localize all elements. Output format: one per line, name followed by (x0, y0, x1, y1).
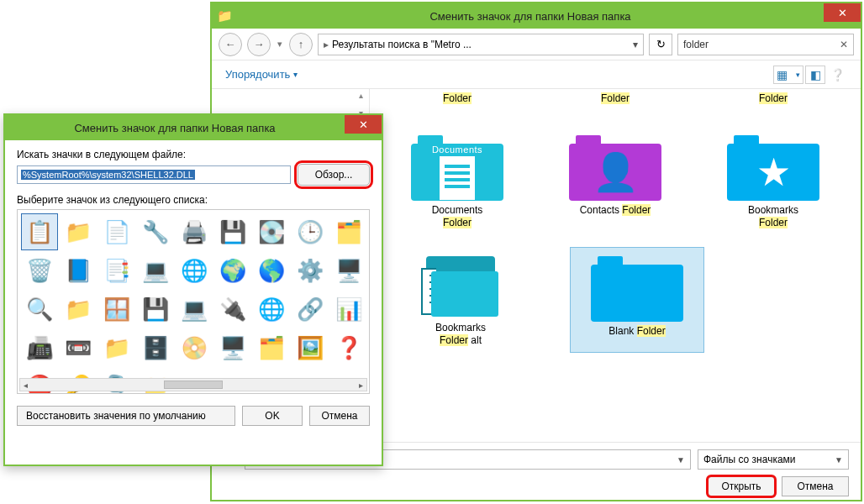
truncated-label: Folder (443, 92, 472, 114)
results-row: Documents Documents Folder 👤 (378, 126, 852, 235)
icon-option[interactable]: 📁 (60, 291, 97, 328)
icon-option[interactable]: 📄 (98, 213, 135, 250)
icon-option[interactable]: 🌐 (176, 252, 213, 289)
icon-option[interactable]: 🪟 (98, 291, 135, 328)
item-label: Bookmarks Folder alt (435, 322, 486, 347)
person-icon: 👤 (593, 154, 639, 191)
chevron-down-icon[interactable]: ▾ (633, 39, 638, 50)
results-grid: Folder Folder Folder Documents (370, 89, 861, 442)
folder-icon: 👤 (569, 132, 661, 201)
icon-option[interactable]: 💾 (214, 213, 251, 250)
icon-option[interactable]: 🌐 (253, 291, 290, 328)
refresh-button[interactable]: ↻ (649, 34, 672, 55)
breadcrumb[interactable]: ▸ Результаты поиска в "Metro ... ▾ (318, 34, 644, 55)
folder-icon (591, 253, 683, 322)
icon-option[interactable]: 📀 (176, 329, 213, 366)
icon-path-input[interactable]: %SystemRoot%\system32\SHELL32.DLL (17, 165, 291, 184)
history-dropdown[interactable]: ▾ (276, 39, 284, 50)
search-box[interactable]: folder ✕ (677, 34, 854, 55)
folder-item-blank[interactable]: Blank Folder (570, 247, 704, 353)
folder-item-bookmarks[interactable]: ★ Bookmarks Folder (706, 126, 840, 235)
icon-option[interactable]: 🔌 (214, 291, 251, 328)
icon-option[interactable]: 🕒 (292, 213, 329, 250)
thumbnail-icon: ▦ (777, 68, 788, 81)
folder-item-documents[interactable]: Documents Documents Folder (390, 126, 524, 235)
forward-button[interactable]: → (247, 33, 271, 56)
chevron-down-icon: ▼ (835, 455, 843, 465)
icon-option[interactable]: 💾 (137, 291, 174, 328)
preview-icon: ◧ (810, 68, 821, 81)
nav-row: ← → ▾ ↑ ▸ Результаты поиска в "Metro ...… (212, 29, 861, 60)
icon-option[interactable]: 🌎 (253, 252, 290, 289)
icon-option[interactable]: 📘 (60, 252, 97, 289)
icon-option[interactable]: 📠 (21, 329, 58, 366)
file-dialog-title: Сменить значок для папки Новая папка (237, 10, 824, 23)
icon-option[interactable]: 🖥️ (330, 252, 367, 289)
cancel-button[interactable]: Отмена (309, 406, 370, 426)
icon-option[interactable]: 🔗 (292, 291, 329, 328)
truncated-row: Folder Folder Folder (378, 92, 852, 114)
help-button[interactable]: ❔ (827, 66, 847, 84)
ok-button[interactable]: OK (242, 406, 303, 426)
chevron-right-icon: ▸ (324, 39, 329, 50)
icon-option[interactable]: 🖨️ (176, 213, 213, 250)
up-button[interactable]: ↑ (289, 33, 313, 56)
icon-option[interactable]: 🔧 (137, 213, 174, 250)
icon-option[interactable]: 🖼️ (292, 329, 329, 366)
folder-item-contacts[interactable]: 👤 Contacts Folder (548, 126, 682, 235)
icon-option[interactable]: 📊 (330, 291, 367, 328)
close-button[interactable]: ✕ (824, 3, 861, 22)
icon-option[interactable]: ⚙️ (292, 252, 329, 289)
filetype-combo[interactable]: Файлы со значками ▼ (698, 449, 849, 470)
icon-option[interactable]: 🗄️ (137, 329, 174, 366)
folder-icon (421, 253, 501, 318)
icon-option[interactable]: 🔍 (21, 291, 58, 328)
restore-defaults-button[interactable]: Восстановить значения по умолчанию (17, 406, 235, 426)
help-icon: ❔ (830, 68, 845, 81)
icon-option[interactable]: 🌍 (214, 252, 251, 289)
breadcrumb-text: Результаты поиска в "Metro ... (332, 39, 472, 50)
icon-dialog-title: Сменить значок для папки Новая папка (5, 122, 345, 134)
file-dialog-titlebar[interactable]: 📁 Сменить значок для папки Новая папка ✕ (212, 3, 861, 29)
truncated-label: Folder (759, 92, 788, 114)
toolbar: Упорядочить ▾ ▦ ▾ ◧ ❔ (212, 60, 861, 89)
icon-option[interactable]: 💻 (176, 291, 213, 328)
icon-option[interactable]: 📁 (60, 213, 97, 250)
back-button[interactable]: ← (219, 33, 242, 56)
clear-search-icon[interactable]: ✕ (840, 39, 848, 50)
icon-option[interactable]: 💽 (253, 213, 290, 250)
item-label: Bookmarks Folder (748, 204, 798, 229)
results-row: Bookmarks Folder alt Blank Folder (378, 247, 852, 353)
icon-option[interactable]: ❓ (330, 329, 367, 366)
folder-icon: ★ (727, 132, 819, 201)
cancel-button[interactable]: Отмена (782, 476, 849, 496)
icon-option[interactable]: 🖥️ (214, 329, 251, 366)
item-label: Contacts Folder (580, 204, 651, 217)
preview-pane-button[interactable]: ◧ (805, 66, 825, 84)
icon-option[interactable]: 🗂️ (253, 329, 290, 366)
folder-item-bookmarks-alt[interactable]: Bookmarks Folder alt (393, 247, 528, 353)
star-icon: ★ (756, 150, 791, 195)
icon-option[interactable]: 🗑️ (21, 252, 58, 289)
icon-option[interactable]: 🗂️ (330, 213, 367, 250)
folder-icon: Documents (411, 132, 503, 201)
chevron-down-icon: ▼ (677, 455, 685, 465)
icon-option[interactable]: 📑 (98, 252, 135, 289)
browse-button[interactable]: Обзор... (298, 164, 370, 186)
icon-list[interactable]: 📋📁📄🔧🖨️💾💽🕒🗂️🗑️📘📑💻🌐🌍🌎⚙️🖥️🔍📁🪟💾💻🔌🌐🔗📊📠📼📁🗄️📀🖥️… (17, 209, 370, 394)
search-label: Искать значки в следующем файле: (17, 149, 370, 160)
icon-option[interactable]: 📼 (60, 329, 97, 366)
icon-option[interactable]: 📋 (21, 213, 58, 250)
arrange-menu[interactable]: Упорядочить ▾ (225, 68, 298, 81)
change-icon-dialog: Сменить значок для папки Новая папка ✕ И… (3, 113, 383, 466)
horizontal-scrollbar[interactable]: ◂▸ (19, 378, 367, 391)
icon-option[interactable]: 📁 (98, 329, 135, 366)
open-button[interactable]: Открыть (708, 476, 775, 496)
view-mode-dropdown[interactable]: ▦ ▾ (773, 66, 803, 84)
icon-dialog-titlebar[interactable]: Сменить значок для папки Новая папка ✕ (5, 115, 382, 140)
chevron-down-icon: ▾ (796, 71, 800, 79)
icon-option[interactable]: 💻 (137, 252, 174, 289)
list-label: Выберите значок из следующего списка: (17, 194, 370, 206)
close-button[interactable]: ✕ (345, 115, 382, 134)
folder-icon: 📁 (212, 8, 237, 24)
